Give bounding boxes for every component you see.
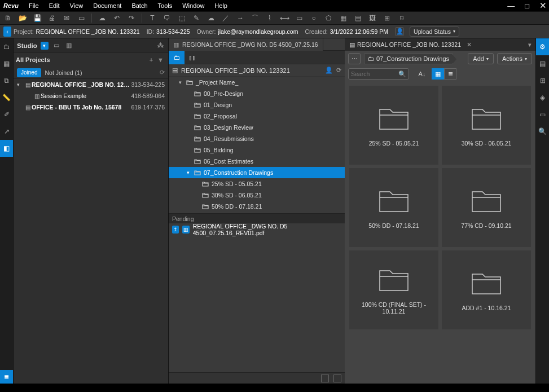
search-input[interactable] xyxy=(351,71,398,77)
person-icon[interactable]: 👤 xyxy=(395,27,404,36)
refresh-icon[interactable]: ⟳ xyxy=(160,69,165,76)
ellipse-icon[interactable]: ○ xyxy=(309,14,318,23)
tool-chest-icon[interactable]: ⊞ xyxy=(536,72,549,89)
image-icon[interactable]: 🖼 xyxy=(368,14,377,23)
pending-file-row[interactable]: ↥ ▥ REGIONAL OFFICE _DWG NO. D5 4500_07.… xyxy=(169,223,345,236)
menu-batch[interactable]: Batch xyxy=(131,2,147,9)
cloud-markup-icon[interactable]: ☁ xyxy=(207,14,216,23)
folder-tile[interactable]: 30% SD - 06.05.21 xyxy=(442,86,531,165)
spaces-icon[interactable]: ▭ xyxy=(536,106,549,123)
menu-help[interactable]: Help xyxy=(214,2,227,9)
refresh-tree-icon[interactable]: ⟳ xyxy=(336,67,341,74)
menu-document[interactable]: Document xyxy=(93,2,121,9)
thumbnails-icon[interactable]: ▦ xyxy=(0,55,13,72)
polyline-icon[interactable]: ⌇ xyxy=(265,14,274,23)
rect-icon[interactable]: ▭ xyxy=(295,14,304,23)
project-row[interactable]: ▾▤REGIONAL OFFICE _JOB NO. 123321313-534… xyxy=(14,79,168,90)
arrow-icon[interactable]: → xyxy=(236,14,245,23)
new-icon[interactable]: 🗎 xyxy=(3,14,12,23)
polygon-icon[interactable]: ⬠ xyxy=(324,14,333,23)
project-row[interactable]: ▥Session Example418-589-064 xyxy=(14,90,168,102)
joined-chip[interactable]: Joined xyxy=(17,68,41,77)
projects-tab-icon[interactable]: ▭ xyxy=(52,41,61,50)
group-icon[interactable]: ⊞ xyxy=(383,14,392,23)
line-icon[interactable]: ／ xyxy=(221,14,230,23)
menu-view[interactable]: View xyxy=(70,2,84,9)
grid-view-button[interactable]: ▦ xyxy=(432,68,444,80)
project-row[interactable]: ▤OFFICE - BBU T5 Job No. 15678619-147-37… xyxy=(14,102,168,113)
crop-icon[interactable]: ⌑ xyxy=(397,14,406,23)
maximize-icon[interactable]: □ xyxy=(525,2,529,10)
folder-tile[interactable]: ADD #1 - 10.16.21 xyxy=(442,250,531,329)
sort-button[interactable]: A↓ xyxy=(416,68,428,80)
folder-tree-row[interactable]: 06_Cost Estimates xyxy=(169,156,345,167)
open-icon[interactable]: 📂 xyxy=(18,14,27,23)
add-button[interactable]: Add ▾ xyxy=(468,53,494,64)
toggle-tree-icon[interactable] xyxy=(321,375,329,382)
minimize-icon[interactable]: — xyxy=(507,2,515,10)
studio-icon[interactable]: ◧ xyxy=(0,140,13,157)
note-icon[interactable]: 🗨 xyxy=(162,14,172,23)
panel-list-button[interactable]: ≣ xyxy=(0,370,13,384)
menu-file[interactable]: File xyxy=(29,2,39,9)
close-tab-icon[interactable]: ✕ xyxy=(467,41,472,48)
actions-button[interactable]: Actions ▾ xyxy=(497,53,532,64)
undo-icon[interactable]: ↶ xyxy=(112,14,121,23)
page-icon[interactable]: ▭ xyxy=(77,14,86,23)
search-panel-icon[interactable]: 🔍 xyxy=(536,123,549,140)
measure-icon[interactable]: 📏 xyxy=(0,89,13,106)
add-icon[interactable]: + xyxy=(150,56,153,63)
folder-tree-row[interactable]: 25% SD - 05.05.21 xyxy=(169,178,345,190)
folder-tree-row[interactable]: 50% DD - 07.18.21 xyxy=(169,201,345,212)
folder-tree-row[interactable]: 03_Design Review xyxy=(169,122,345,133)
folder-tile[interactable]: 25% SD - 05.05.21 xyxy=(349,86,438,165)
folder-tile[interactable]: 50% DD - 07.18.21 xyxy=(349,168,438,247)
stamp-icon[interactable]: ▤ xyxy=(353,14,362,23)
folder-tree-row[interactable]: ▾_Project Name_ xyxy=(169,77,345,88)
text-icon[interactable]: T xyxy=(148,14,157,23)
folder-tree-row[interactable]: 04_Resubmissions xyxy=(169,133,345,144)
settings-wand-icon[interactable]: ⁂ xyxy=(156,41,165,50)
properties-gear-icon[interactable]: ⚙ xyxy=(536,38,549,55)
not-joined-chip[interactable]: Not Joined (1) xyxy=(45,69,82,76)
layers-icon[interactable]: ◈ xyxy=(536,89,549,106)
callout-icon[interactable]: ⬚ xyxy=(177,14,186,23)
menu-revu[interactable]: Revu xyxy=(3,2,19,9)
tab-overflow-icon[interactable]: ▾ xyxy=(524,41,535,49)
highlight-icon[interactable]: ✎ xyxy=(192,14,201,23)
breadcrumb-item[interactable]: 🗀 07_Construction Drawings xyxy=(364,53,453,64)
filter-icon[interactable]: ▼ xyxy=(157,56,164,63)
search-box[interactable]: 🔍 xyxy=(348,68,409,80)
dimension-icon[interactable]: ⟷ xyxy=(280,14,289,23)
user-search-icon[interactable]: 👤 xyxy=(325,67,333,74)
folder-tree-row[interactable]: 00_Pre-Design xyxy=(169,88,345,99)
menu-tools[interactable]: Tools xyxy=(158,2,173,9)
folder-tree-row[interactable]: 05_Bidding xyxy=(169,144,345,156)
signatures-icon[interactable]: ✐ xyxy=(0,106,13,123)
clouds-icon[interactable]: ▦ xyxy=(339,14,348,23)
sessions-tab-icon[interactable]: ▥ xyxy=(64,41,73,50)
folder-tab[interactable]: ▤ REGIONAL OFFICE _JOB NO. 123321 ✕ xyxy=(345,38,476,51)
upload-status-button[interactable]: Upload Status ▾ xyxy=(410,27,459,37)
tree-toggle-icon[interactable]: 🗀 xyxy=(169,51,185,64)
folder-tree-row[interactable]: 02_Proposal xyxy=(169,111,345,122)
folder-tile[interactable]: 100% CD (FINAL SET) - 10.11.21 xyxy=(349,250,438,329)
folder-tile[interactable]: 77% CD - 09.10.21 xyxy=(442,168,531,247)
menu-edit[interactable]: Edit xyxy=(49,2,60,9)
save-icon[interactable]: 💾 xyxy=(33,14,42,23)
breadcrumb-menu-button[interactable]: ⋯ xyxy=(348,53,361,64)
redo-icon[interactable]: ↷ xyxy=(127,14,136,23)
print-icon[interactable]: 🖨 xyxy=(47,14,56,23)
bookmarks-icon[interactable]: ⧉ xyxy=(0,72,13,89)
folder-tree-row[interactable]: 30% SD - 06.05.21 xyxy=(169,190,345,201)
list-view-button[interactable]: ≣ xyxy=(444,68,456,80)
arc-icon[interactable]: ⌒ xyxy=(251,14,260,23)
menu-window[interactable]: Window xyxy=(182,2,204,9)
studio-dropdown[interactable]: ▾ xyxy=(41,42,49,50)
cloud-icon[interactable]: ☁ xyxy=(98,14,107,23)
collapse-grip-icon[interactable]: ‹ xyxy=(3,27,11,37)
search-icon[interactable]: 🔍 xyxy=(398,71,406,78)
close-icon[interactable]: ✕ xyxy=(539,1,547,11)
folder-tree-row[interactable]: ▾07_Construction Drawings xyxy=(169,167,345,178)
folder-tree-row[interactable]: 01_Design xyxy=(169,99,345,111)
